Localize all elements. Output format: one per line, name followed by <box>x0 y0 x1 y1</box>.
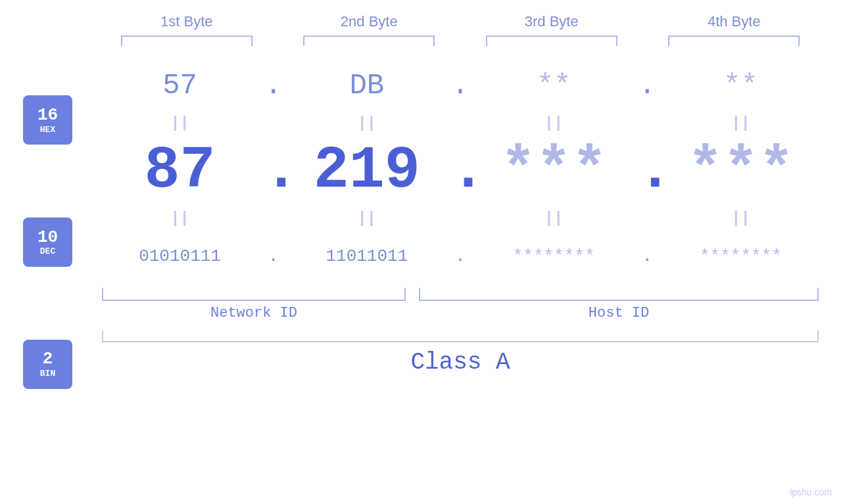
hex-dot-1: . <box>264 69 283 102</box>
dec-cell-1: 87 <box>108 137 253 204</box>
hex-cell-4: ** <box>668 69 813 102</box>
hex-cell-2: DB <box>295 69 439 102</box>
hex-val-3: ** <box>537 69 571 102</box>
hex-dot-2: . <box>450 69 470 102</box>
sep-1-4: || <box>668 114 813 132</box>
sep-row-1: || || || || <box>95 112 825 135</box>
sep-2-1: || <box>108 210 253 227</box>
dec-badge: 10 DEC <box>23 218 72 267</box>
dec-val-4: *** <box>687 137 794 204</box>
hex-badge-number: 16 <box>37 106 58 125</box>
hex-dot-3: . <box>637 69 657 102</box>
bracket-4 <box>668 35 800 46</box>
bin-cell-1: 01010111 <box>108 246 253 266</box>
bracket-3 <box>486 35 617 46</box>
sep-2-4: || <box>668 210 813 227</box>
bin-val-4: ******** <box>700 246 782 266</box>
sep-1-2: || <box>295 114 439 132</box>
sep-2-3: || <box>481 210 626 227</box>
content-area: 16 HEX 10 DEC 2 BIN 57 . DB <box>0 53 845 504</box>
sep-row-2: || || || || <box>95 207 825 230</box>
network-bracket <box>102 288 406 301</box>
dec-badge-number: 10 <box>37 228 58 247</box>
class-bracket-row <box>95 331 825 342</box>
dec-val-2: 219 <box>314 137 420 204</box>
dec-badge-label: DEC <box>40 246 55 256</box>
values-area: 57 . DB . ** . ** || || <box>95 53 845 504</box>
byte-header-4: 4th Byte <box>662 13 806 30</box>
dec-val-1: 87 <box>145 137 216 204</box>
byte-header-3: 3rd Byte <box>479 13 624 30</box>
bin-badge-number: 2 <box>43 350 53 369</box>
bin-val-3: ******** <box>513 246 595 266</box>
hex-cell-3: ** <box>481 69 626 102</box>
watermark: ipshu.com <box>790 487 832 497</box>
class-label-row: Class A <box>95 349 825 376</box>
class-label: Class A <box>410 349 510 376</box>
host-id-label: Host ID <box>419 305 819 321</box>
id-labels: Network ID Host ID <box>95 305 825 321</box>
hex-val-1: 57 <box>162 69 197 102</box>
main-container: 1st Byte 2nd Byte 3rd Byte 4th Byte 16 H… <box>0 0 845 504</box>
hex-cell-1: 57 <box>108 69 253 102</box>
badges-column: 16 HEX 10 DEC 2 BIN <box>0 53 95 504</box>
bracket-2 <box>303 35 435 46</box>
dec-cell-3: *** <box>481 137 626 204</box>
top-brackets <box>0 35 845 46</box>
network-id-label: Network ID <box>102 305 406 321</box>
bottom-brackets <box>95 288 825 301</box>
dec-cell-2: 219 <box>295 137 439 204</box>
dec-cell-4: *** <box>668 137 813 204</box>
bin-row: 01010111 . 11011011 . ******** . *******… <box>95 230 825 283</box>
bin-dot-3: . <box>637 246 657 266</box>
sep-1-1: || <box>108 114 253 132</box>
bin-cell-3: ******** <box>481 246 626 266</box>
dec-dot-2: . <box>450 137 470 204</box>
byte-headers: 1st Byte 2nd Byte 3rd Byte 4th Byte <box>0 13 845 30</box>
hex-badge: 16 HEX <box>23 95 72 145</box>
class-bracket <box>102 331 819 342</box>
bin-val-1: 01010111 <box>139 246 221 266</box>
bin-badge-label: BIN <box>40 369 55 378</box>
dec-dot-3: . <box>637 137 657 204</box>
bracket-gap <box>406 288 419 301</box>
dec-row: 87 . 219 . *** . *** <box>95 135 825 207</box>
bracket-1 <box>121 35 253 46</box>
bin-badge: 2 BIN <box>23 340 72 389</box>
hex-val-4: ** <box>723 69 758 102</box>
hex-val-2: DB <box>349 69 384 102</box>
hex-row: 57 . DB . ** . ** <box>95 59 825 112</box>
bin-dot-2: . <box>450 246 470 266</box>
hex-badge-label: HEX <box>40 125 55 135</box>
bin-cell-4: ******** <box>668 246 813 266</box>
byte-header-1: 1st Byte <box>114 13 259 30</box>
byte-header-2: 2nd Byte <box>297 13 441 30</box>
host-bracket <box>419 288 819 301</box>
dec-dot-1: . <box>264 137 283 204</box>
bin-cell-2: 11011011 <box>295 246 439 266</box>
bin-dot-1: . <box>264 246 283 266</box>
dec-val-3: *** <box>500 137 607 204</box>
sep-1-3: || <box>481 114 626 132</box>
bin-val-2: 11011011 <box>326 246 408 266</box>
sep-2-2: || <box>295 210 439 227</box>
